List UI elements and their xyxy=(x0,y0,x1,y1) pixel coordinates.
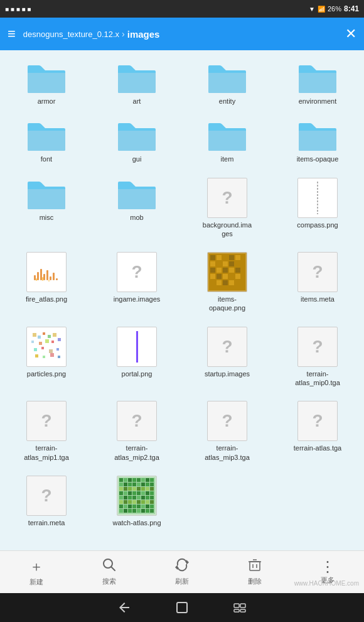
file-label: armor xyxy=(38,97,56,106)
svg-rect-103 xyxy=(141,500,145,504)
svg-rect-86 xyxy=(137,491,141,495)
file-terrain-atlas-tga[interactable]: ? terrain-atlas.tga xyxy=(274,395,361,467)
unknown-file-icon: ? xyxy=(312,337,323,357)
recents-button[interactable] xyxy=(230,597,250,618)
folder-items-opaque[interactable]: items-opaque xyxy=(274,113,361,168)
svg-rect-100 xyxy=(128,500,132,504)
unknown-file-icon: ? xyxy=(222,337,232,357)
file-particles-png[interactable]: particles.png xyxy=(3,320,90,393)
svg-rect-41 xyxy=(43,332,45,335)
file-fire-atlas[interactable]: fire_atlas.png xyxy=(3,246,90,318)
file-items-meta[interactable]: ? items.meta xyxy=(274,246,361,318)
file-startup-images[interactable]: ? startup.images xyxy=(183,320,271,393)
svg-rect-46 xyxy=(45,339,49,343)
svg-rect-32 xyxy=(235,274,240,279)
svg-rect-68 xyxy=(128,483,132,486)
toolbar-refresh[interactable]: 刷新 xyxy=(146,551,218,593)
toolbar-search[interactable]: 搜索 xyxy=(73,551,146,593)
toolbar-more[interactable]: ⋮ 更多 xyxy=(291,551,364,593)
file-thumbnail: ? xyxy=(26,401,67,441)
close-button[interactable]: ✕ xyxy=(345,26,356,42)
file-thumbnail xyxy=(117,327,157,367)
folder-armor[interactable]: armor xyxy=(3,55,90,111)
compass-preview xyxy=(305,180,330,216)
file-thumbnail xyxy=(207,252,247,292)
svg-rect-25 xyxy=(223,268,228,273)
file-label: watch-atlas.png xyxy=(112,518,161,527)
svg-rect-66 xyxy=(119,483,123,486)
file-terrain-atlas-mip3[interactable]: ? terrain-atlas_mip3.tga xyxy=(183,395,271,467)
folder-mob[interactable]: mob xyxy=(93,172,181,244)
file-terrain-atlas-mip2[interactable]: ? terrain-atlas_mip2.tga xyxy=(93,395,181,467)
svg-rect-5 xyxy=(46,270,48,280)
file-label: particles.png xyxy=(27,369,66,378)
svg-rect-40 xyxy=(38,336,41,339)
svg-rect-51 xyxy=(49,349,53,353)
svg-marker-124 xyxy=(186,560,189,565)
file-background-images[interactable]: ? background.images xyxy=(183,172,271,244)
svg-rect-49 xyxy=(34,348,37,351)
svg-rect-107 xyxy=(124,505,127,508)
folder-gui[interactable]: gui xyxy=(93,113,181,168)
svg-rect-88 xyxy=(146,491,149,495)
svg-rect-111 xyxy=(141,505,145,508)
svg-rect-79 xyxy=(141,487,145,491)
folder-icon xyxy=(117,119,157,152)
svg-rect-76 xyxy=(128,487,132,491)
folder-environment[interactable]: environment xyxy=(274,55,361,111)
file-thumbnail: ? xyxy=(207,178,247,218)
file-terrain-atlas-mip1[interactable]: ? terrain-atlas_mip1.tga xyxy=(3,395,90,467)
svg-rect-42 xyxy=(48,335,51,338)
svg-rect-74 xyxy=(119,487,123,491)
file-thumbnail: ? xyxy=(297,252,338,292)
svg-rect-82 xyxy=(119,491,123,495)
svg-rect-73 xyxy=(150,483,154,486)
toolbar-delete[interactable]: 删除 xyxy=(218,551,291,593)
folder-font[interactable]: font xyxy=(3,113,90,168)
back-button[interactable] xyxy=(114,597,134,618)
folder-art[interactable]: art xyxy=(93,55,181,111)
menu-button[interactable]: ≡ xyxy=(8,26,16,42)
search-icon xyxy=(102,558,116,576)
file-terrain-meta[interactable]: ? terrain.meta xyxy=(3,469,90,532)
items-opaque-preview xyxy=(209,254,245,290)
unknown-file-icon: ? xyxy=(312,262,323,282)
svg-rect-71 xyxy=(141,483,145,486)
unknown-file-icon: ? xyxy=(41,411,51,431)
file-ingame-images[interactable]: ? ingame.images xyxy=(93,246,181,318)
svg-rect-65 xyxy=(150,478,154,482)
svg-rect-45 xyxy=(39,342,42,345)
home-button[interactable] xyxy=(172,597,192,618)
svg-rect-96 xyxy=(146,496,149,499)
svg-rect-43 xyxy=(53,333,56,337)
svg-rect-33 xyxy=(210,280,215,285)
folder-misc[interactable]: misc xyxy=(3,172,90,244)
new-icon: ＋ xyxy=(29,557,43,576)
svg-rect-89 xyxy=(150,491,154,495)
wifi-icon: 📶 xyxy=(318,6,325,13)
svg-rect-7 xyxy=(53,273,55,280)
delete-icon xyxy=(248,558,262,576)
toolbar-new-label: 新建 xyxy=(29,577,43,587)
file-items-opaque-png[interactable]: items-opaque.png xyxy=(183,246,271,318)
file-label: terrain-atlas_mip1.tga xyxy=(21,444,72,462)
svg-rect-110 xyxy=(137,505,141,508)
file-terrain-atlas-mip0[interactable]: ? terrain-atlas_mip0.tga xyxy=(274,320,361,393)
svg-rect-60 xyxy=(128,478,132,482)
svg-rect-35 xyxy=(223,280,228,285)
svg-rect-39 xyxy=(33,333,36,337)
battery-percent: 26% xyxy=(328,5,341,13)
svg-rect-118 xyxy=(137,509,141,513)
folder-item[interactable]: item xyxy=(183,113,271,168)
file-compass-png[interactable]: compass.png xyxy=(274,172,361,244)
fire-atlas-preview xyxy=(31,256,62,288)
svg-rect-81 xyxy=(150,487,154,491)
file-thumbnail: ? xyxy=(207,327,247,367)
file-portal-png[interactable]: portal.png xyxy=(93,320,181,393)
folder-entity[interactable]: entity xyxy=(183,55,271,111)
signal-icon: ▼ xyxy=(309,6,315,13)
svg-rect-91 xyxy=(124,496,127,499)
file-watch-atlas[interactable]: watch-atlas.png xyxy=(93,469,181,532)
toolbar-new[interactable]: ＋ 新建 xyxy=(0,551,73,593)
svg-rect-109 xyxy=(132,505,136,508)
